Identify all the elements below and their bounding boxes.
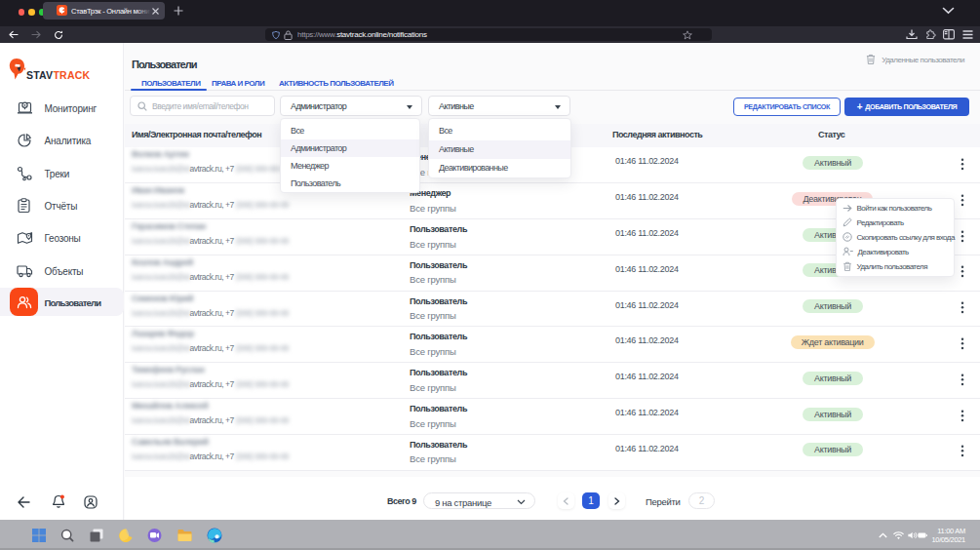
svg-text:TRACK: TRACK xyxy=(54,69,91,81)
svg-text:STAV: STAV xyxy=(26,69,53,81)
